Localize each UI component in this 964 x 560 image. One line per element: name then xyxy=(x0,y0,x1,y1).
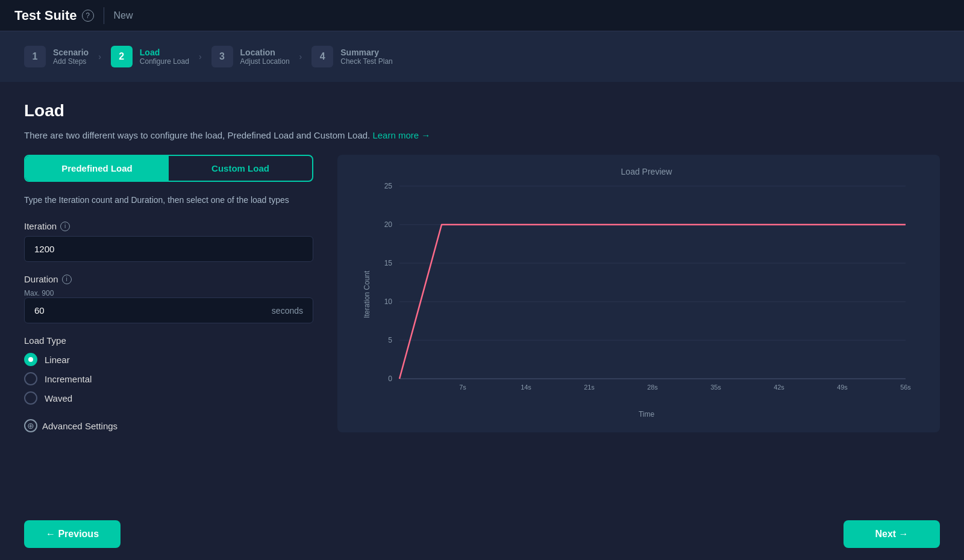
step-4-subtitle: Check Test Plan xyxy=(340,57,393,66)
svg-text:15: 15 xyxy=(384,259,393,267)
load-type-label: Load Type xyxy=(24,335,313,346)
main-content: Load There are two different ways to con… xyxy=(0,82,964,452)
chart-title: Load Preview xyxy=(368,167,925,176)
header-divider xyxy=(104,7,104,24)
radio-waved-label: Waved xyxy=(45,393,72,403)
step-4-title: Summary xyxy=(340,48,393,57)
nav-buttons: ← Previous Next → xyxy=(0,508,964,560)
radio-incremental[interactable]: Incremental xyxy=(24,372,313,385)
radio-group: Linear Incremental Waved xyxy=(24,353,313,405)
duration-group: Duration i Max. 900 seconds xyxy=(24,274,313,323)
arrow-3: › xyxy=(299,52,302,61)
radio-waved-circle xyxy=(24,391,37,405)
iteration-info-icon[interactable]: i xyxy=(60,222,70,231)
help-icon[interactable]: ? xyxy=(82,10,94,22)
load-hint: Type the Iteration count and Duration, t… xyxy=(24,194,313,207)
step-2-number: 2 xyxy=(111,46,133,67)
chart-area: Load Preview Iteration Count 0 5 10 15 2… xyxy=(337,155,940,432)
svg-text:28s: 28s xyxy=(647,384,658,391)
step-1-info: Scenario Add Steps xyxy=(53,48,89,66)
advanced-settings[interactable]: ⊕ Advanced Settings xyxy=(24,419,313,432)
step-2[interactable]: 2 Load Configure Load xyxy=(111,46,189,67)
svg-text:10: 10 xyxy=(384,297,393,306)
next-button[interactable]: Next → xyxy=(844,520,940,548)
custom-load-tab[interactable]: Custom Load xyxy=(169,156,312,181)
svg-text:14s: 14s xyxy=(521,384,531,391)
step-4[interactable]: 4 Summary Check Test Plan xyxy=(311,46,393,67)
radio-linear[interactable]: Linear xyxy=(24,353,313,366)
header: Test Suite ? New xyxy=(0,0,964,31)
step-2-title: Load xyxy=(140,48,189,57)
predefined-load-tab[interactable]: Predefined Load xyxy=(25,156,169,181)
chart-y-label: Iteration Count xyxy=(363,271,371,319)
step-1[interactable]: 1 Scenario Add Steps xyxy=(24,46,89,67)
content-area: Predefined Load Custom Load Type the Ite… xyxy=(24,155,940,432)
load-tabs: Predefined Load Custom Load xyxy=(24,155,313,182)
step-3-info: Location Adjust Location xyxy=(240,48,290,66)
advanced-settings-label: Advanced Settings xyxy=(42,421,117,431)
page-description-text: There are two different ways to configur… xyxy=(24,130,370,140)
header-subtitle: New xyxy=(114,10,133,21)
step-2-info: Load Configure Load xyxy=(140,48,189,66)
page-description: There are two different ways to configur… xyxy=(24,130,940,140)
duration-info-icon[interactable]: i xyxy=(62,275,72,284)
svg-text:0: 0 xyxy=(388,375,392,383)
svg-text:5: 5 xyxy=(388,336,392,344)
page-title: Load xyxy=(24,101,940,120)
svg-text:21s: 21s xyxy=(584,384,595,391)
duration-input-wrapper: seconds xyxy=(24,297,313,323)
load-type-group: Load Type Linear Incremental Waved xyxy=(24,335,313,405)
svg-text:20: 20 xyxy=(384,220,393,229)
radio-incremental-circle xyxy=(24,372,37,385)
step-1-title: Scenario xyxy=(53,48,89,57)
duration-input[interactable] xyxy=(25,298,272,323)
svg-text:49s: 49s xyxy=(837,384,848,391)
step-1-subtitle: Add Steps xyxy=(53,57,89,66)
step-3-title: Location xyxy=(240,48,290,57)
step-4-number: 4 xyxy=(311,46,333,67)
svg-text:7s: 7s xyxy=(459,384,466,391)
duration-max: Max. 900 xyxy=(24,289,313,297)
step-3[interactable]: 3 Location Adjust Location xyxy=(211,46,290,67)
chart-x-label: Time xyxy=(368,410,925,418)
iteration-input[interactable] xyxy=(24,236,313,262)
chart-container: Iteration Count 0 5 10 15 20 25 xyxy=(368,186,925,403)
svg-text:25: 25 xyxy=(384,182,393,190)
svg-text:35s: 35s xyxy=(710,384,721,391)
learn-more-link[interactable]: Learn more → xyxy=(372,130,430,140)
step-3-subtitle: Adjust Location xyxy=(240,57,290,66)
advanced-settings-icon: ⊕ xyxy=(24,419,37,432)
iteration-group: Iteration i xyxy=(24,221,313,262)
step-1-number: 1 xyxy=(24,46,46,67)
arrow-2: › xyxy=(199,52,202,61)
chart-svg: 0 5 10 15 20 25 7s 14s xyxy=(368,186,925,403)
arrow-1: › xyxy=(98,52,101,61)
radio-incremental-label: Incremental xyxy=(45,374,92,384)
radio-linear-label: Linear xyxy=(45,355,70,365)
duration-suffix: seconds xyxy=(272,306,313,316)
svg-text:42s: 42s xyxy=(774,384,784,391)
prev-button[interactable]: ← Previous xyxy=(24,520,120,548)
app-title: Test Suite xyxy=(14,8,77,23)
step-2-subtitle: Configure Load xyxy=(140,57,189,66)
radio-linear-circle xyxy=(24,353,37,366)
duration-label: Duration i xyxy=(24,274,313,284)
stepper: 1 Scenario Add Steps › 2 Load Configure … xyxy=(0,31,964,82)
radio-waved[interactable]: Waved xyxy=(24,391,313,405)
iteration-label: Iteration i xyxy=(24,221,313,231)
step-4-info: Summary Check Test Plan xyxy=(340,48,393,66)
svg-text:56s: 56s xyxy=(900,384,911,391)
step-3-number: 3 xyxy=(211,46,233,67)
left-panel: Predefined Load Custom Load Type the Ite… xyxy=(24,155,313,432)
